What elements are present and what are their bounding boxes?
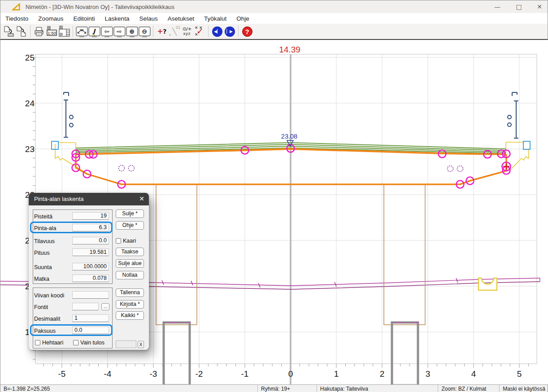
approve-check-button[interactable]: ✕ ✕ ✕· ✓ xyxy=(193,25,206,38)
open-file-icon xyxy=(3,26,15,37)
desimaalit-field[interactable]: 1 xyxy=(72,314,109,322)
zoom-out-button[interactable]: ⊖ xyxy=(138,25,151,38)
previous-section-button[interactable]: ◀▏ xyxy=(211,25,223,38)
menu-tyokalut[interactable]: Työkalut xyxy=(204,15,226,22)
angle-21-button[interactable]: ╲ 21 x xyxy=(168,25,181,38)
svg-text:-4: -4 xyxy=(104,369,112,379)
suunta-field[interactable]: 100.0000 xyxy=(72,263,109,270)
help-button[interactable]: ? xyxy=(241,25,253,38)
print-button[interactable] xyxy=(33,25,45,38)
pinta-ala-field[interactable]: 6.3 xyxy=(72,224,109,231)
svg-text:0: 0 xyxy=(288,369,293,379)
menu-tiedosto[interactable]: Tiedosto xyxy=(5,15,28,22)
svg-text:2: 2 xyxy=(380,369,385,379)
checkbox-label: Kaari xyxy=(123,238,136,244)
app-logo-icon xyxy=(12,3,20,11)
point-query-button[interactable]: +? xyxy=(156,25,168,38)
tallenna-button[interactable]: Tallenna xyxy=(116,288,144,297)
paksuus-field[interactable]: 0.0 xyxy=(72,327,109,334)
kirjoita-button[interactable]: Kirjoita * xyxy=(116,300,144,309)
pituus-field[interactable]: 19.581 xyxy=(72,248,109,256)
coordinate-xyz-icon: ⊙∕+ xyz xyxy=(183,27,191,36)
zoom-extents-button[interactable]: ⤢​⤡ xyxy=(75,25,88,38)
kaikki-button[interactable]: Kaikki * xyxy=(116,311,144,320)
pisteita-field[interactable]: 19 xyxy=(72,212,109,220)
status-coordinates: B=-1.398 Z=25.265 xyxy=(0,385,258,392)
sulje-button[interactable]: Sulje * xyxy=(116,209,144,218)
taakse-button[interactable]: Taakse xyxy=(116,248,144,256)
dialog-close-icon[interactable]: ✕ xyxy=(139,195,144,202)
field-label: Paksuus xyxy=(34,328,56,334)
station-label: 14.39 xyxy=(279,45,300,54)
hehtaari-checkbox[interactable] xyxy=(35,340,40,345)
zoom-in-button[interactable]: ⊕ xyxy=(126,25,138,38)
open-file-button[interactable] xyxy=(3,25,15,38)
arrow-left-icon: ⇦ xyxy=(101,26,113,36)
title-bar: Nimetön - [3D-Win Novatron Oy] - Taitevi… xyxy=(0,0,548,13)
menu-ohje[interactable]: Ohje xyxy=(236,15,249,22)
page-layout-button[interactable] xyxy=(58,25,70,38)
field-label: Viivan koodi xyxy=(34,292,64,299)
svg-text:-5: -5 xyxy=(58,369,66,379)
zoom-extents-icon: ⤢​⤡ xyxy=(76,26,88,36)
window-title: Nimetön - [3D-Win Novatron Oy] - Taitevi… xyxy=(26,4,174,10)
coordinate-xyz-button[interactable]: ⊙∕+ xyz xyxy=(181,25,193,38)
save-file-button[interactable] xyxy=(15,25,28,38)
field-label: Suunta xyxy=(34,264,52,270)
sulje-alue-button[interactable]: Sulje alue xyxy=(116,259,144,268)
toolbar-separator xyxy=(30,26,30,37)
previous-section-icon: ◀▏ xyxy=(212,26,222,37)
tilavuus-field[interactable]: 0.0 xyxy=(72,237,109,244)
dialog-title-bar[interactable]: Pinta-alan laskenta ✕ xyxy=(29,193,149,205)
pinta-alan-laskenta-dialog: Pinta-alan laskenta ✕ Pisteitä 19 Pinta-… xyxy=(29,193,149,350)
page-layout-icon xyxy=(58,26,70,37)
result-display-field xyxy=(116,340,136,348)
approve-check-icon: ✓ xyxy=(196,26,204,36)
x-axis-labels: -5 -4 -3 -2 -1 0 1 2 3 4 5 xyxy=(58,369,522,379)
svg-text:-3: -3 xyxy=(150,369,157,379)
svg-text:24: 24 xyxy=(25,99,35,108)
field-label: Tilavuus xyxy=(34,238,55,244)
results-group xyxy=(33,209,113,284)
x-button[interactable]: X xyxy=(138,341,144,348)
svg-text:-1: -1 xyxy=(241,369,249,379)
save-file-icon xyxy=(16,26,27,37)
ohje-button[interactable]: Ohje * xyxy=(116,221,144,230)
svg-text:1: 1 xyxy=(334,369,339,379)
scale-button[interactable]: 1:50 xyxy=(45,25,58,38)
next-section-icon: ▏▶ xyxy=(225,26,235,37)
status-bar: B=-1.398 Z=25.265 Ryhmä: 19+ Hakutapa: T… xyxy=(0,384,548,392)
menu-zoomaus[interactable]: Zoomaus xyxy=(38,15,63,22)
checkbox-label: Hehtaari xyxy=(42,340,63,346)
menu-editointi[interactable]: Editointi xyxy=(74,15,95,22)
printer-icon xyxy=(33,26,45,37)
field-label: Fontit xyxy=(34,304,48,310)
menu-laskenta[interactable]: Laskenta xyxy=(105,15,130,22)
scroll-left-button[interactable]: ⇦ xyxy=(100,25,113,38)
status-maski: Maski ei käytössä xyxy=(500,385,548,392)
fontit-field[interactable] xyxy=(72,303,99,310)
next-section-button[interactable]: ▏▶ xyxy=(223,25,236,38)
dialog-title: Pinta-alan laskenta xyxy=(34,196,84,202)
svg-text:-2: -2 xyxy=(196,369,203,379)
minimize-button[interactable]: — xyxy=(490,2,505,12)
culvert xyxy=(478,278,497,290)
zoom-previous-button[interactable]: J xyxy=(88,25,100,38)
app-window: Nimetön - [3D-Win Novatron Oy] - Taitevi… xyxy=(0,0,548,392)
menu-asetukset[interactable]: Asetukset xyxy=(168,15,194,22)
scroll-right-button[interactable]: ⇨ xyxy=(113,25,126,38)
viivan-koodi-field[interactable] xyxy=(72,291,109,299)
menu-selaus[interactable]: Selaus xyxy=(139,15,157,22)
svg-text:25: 25 xyxy=(25,53,35,62)
zoom-in-icon: ⊕ xyxy=(126,26,138,36)
matka-field[interactable]: 0.078 xyxy=(72,274,109,282)
nollaa-button[interactable]: Nollaa xyxy=(116,271,144,279)
svg-text:1:50: 1:50 xyxy=(48,30,56,35)
maximize-button[interactable]: □ xyxy=(512,2,526,12)
fontit-browse-button[interactable]: ... xyxy=(101,303,109,310)
zoom-previous-icon: J xyxy=(88,26,100,36)
kaari-checkbox[interactable] xyxy=(116,238,121,244)
crown-elevation-label: 23.08 xyxy=(281,133,297,140)
vain-tulos-checkbox[interactable] xyxy=(73,340,78,345)
close-button[interactable]: ✕ xyxy=(532,2,547,12)
